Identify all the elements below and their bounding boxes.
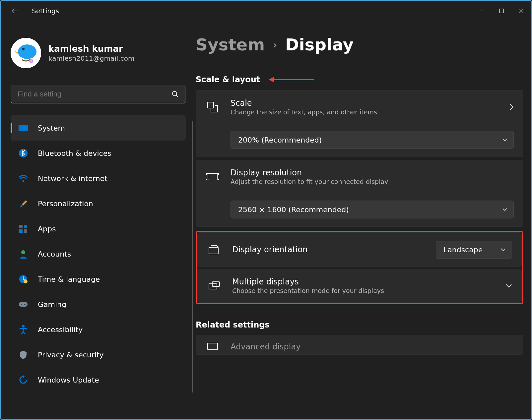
sidebar-item-privacy[interactable]: Privacy & security [11,342,186,367]
card-subtitle: Adjust the resolution to fit your connec… [231,178,514,185]
svg-rect-18 [19,302,28,307]
search-box[interactable] [11,85,186,103]
chevron-down-icon [502,138,507,142]
svg-point-10 [22,180,24,182]
wifi-icon [18,173,29,184]
sidebar-scrollbar[interactable] [192,121,193,392]
resolution-select-row: 2560 × 1600 (Recommended) [205,201,514,218]
card-right: Landscape [436,241,512,259]
sidebar-item-label: Accessibility [38,326,83,334]
clock-globe-icon [18,274,29,284]
breadcrumb-parent[interactable]: System [196,35,265,54]
svg-rect-22 [208,102,214,108]
svg-point-5 [31,60,32,62]
svg-rect-0 [499,9,503,13]
sidebar-item-time-language[interactable]: Time & language [11,267,186,292]
sidebar-item-bluetooth[interactable]: Bluetooth & devices [11,141,186,166]
sidebar-item-label: System [38,124,65,132]
sidebar-item-system[interactable]: System [11,115,186,141]
section-head-label: Scale & layout [196,75,260,84]
advanced-display-icon [205,342,220,352]
sidebar-item-gaming[interactable]: Gaming [11,292,186,317]
setting-card-advanced-display[interactable]: Advanced display [196,335,523,355]
apps-icon [18,223,29,234]
accessibility-icon [18,324,29,335]
svg-point-6 [172,91,177,95]
svg-point-2 [18,44,36,59]
app-title: Settings [32,7,59,15]
resolution-select[interactable]: 2560 × 1600 (Recommended) [231,201,514,218]
sidebar-item-accounts[interactable]: Accounts [11,241,186,267]
maximize-button[interactable] [492,3,511,19]
bluetooth-icon [18,148,29,158]
card-subtitle: Choose the presentation mode for your di… [232,287,495,294]
chevron-down-icon [500,248,506,251]
sidebar-item-label: Time & language [38,275,100,283]
search-icon [171,90,179,98]
scale-icon [205,101,220,113]
resolution-select-value: 2560 × 1600 (Recommended) [238,206,349,214]
sidebar-item-label: Bluetooth & devices [38,149,111,157]
setting-card-scale[interactable]: Scale Change the size of text, apps, and… [196,90,523,157]
titlebar-left: Settings [11,7,59,15]
chevron-right-icon[interactable] [509,103,514,111]
chevron-down-icon [505,284,512,288]
scale-select-value: 200% (Recommended) [238,136,322,144]
svg-rect-27 [208,343,218,350]
chevron-down-icon [502,208,507,211]
svg-rect-7 [19,125,28,131]
back-button[interactable] [11,7,19,15]
sidebar-item-personalization[interactable]: Personalization [11,191,186,216]
section-head-scale-layout: Scale & layout [196,75,523,84]
gamepad-icon [18,299,29,310]
breadcrumb: System › Display [196,35,523,54]
card-title: Scale [231,98,499,108]
sidebar-item-network[interactable]: Network & internet [11,166,186,191]
profile-name: kamlesh kumar [48,44,134,54]
scale-select[interactable]: 200% (Recommended) [231,131,514,149]
person-icon [18,249,29,259]
card-subtitle: Change the size of text, apps, and other… [231,108,499,116]
card-title: Multiple displays [232,277,495,286]
annotation-highlight-box: Display orientation Landscape Multi [196,231,523,304]
sidebar-item-label: Accounts [38,250,71,258]
card-expand[interactable] [505,284,512,288]
window-controls [472,3,531,19]
section-head-related: Related settings [196,320,523,330]
multiple-displays-icon [207,280,222,291]
profile-block[interactable]: kamlesh kumar kamlesh2011@gmail.com [11,38,186,68]
card-title: Display orientation [232,245,425,254]
sidebar-item-windows-update[interactable]: Windows Update [11,367,186,392]
sidebar-item-label: Privacy & security [38,351,104,359]
system-icon [18,123,29,133]
card-body: Scale Change the size of text, apps, and… [231,98,499,116]
svg-point-20 [24,304,26,305]
svg-point-21 [22,325,25,328]
orientation-select[interactable]: Landscape [436,241,512,259]
svg-rect-13 [19,229,23,233]
minimize-button[interactable] [472,3,492,19]
card-body: Multiple displays Choose the presentatio… [232,277,495,294]
sidebar-item-label: Apps [38,225,56,233]
annotation-arrow-icon [269,77,314,82]
sidebar-item-accessibility[interactable]: Accessibility [11,317,186,342]
resolution-icon [205,171,220,182]
svg-rect-14 [24,229,27,233]
paintbrush-icon [18,198,29,209]
setting-card-resolution[interactable]: Display resolution Adjust the resolution… [196,160,523,227]
content-area: System › Display Scale & layout Scale Ch… [196,21,531,419]
setting-card-orientation[interactable]: Display orientation Landscape [197,232,522,267]
search-input[interactable] [18,90,163,98]
main-layout: kamlesh kumar kamlesh2011@gmail.com Syst… [1,21,531,419]
sidebar-nav: System Bluetooth & devices Network & int… [11,115,186,392]
close-button[interactable] [511,3,531,19]
update-icon [18,375,29,385]
sidebar: kamlesh kumar kamlesh2011@gmail.com Syst… [1,21,196,419]
svg-rect-24 [209,247,218,254]
avatar [11,38,41,68]
svg-rect-23 [208,173,217,180]
setting-card-multiple-displays[interactable]: Multiple displays Choose the presentatio… [197,269,522,303]
orientation-icon [207,244,222,255]
sidebar-item-apps[interactable]: Apps [11,216,186,241]
svg-rect-11 [19,225,23,228]
